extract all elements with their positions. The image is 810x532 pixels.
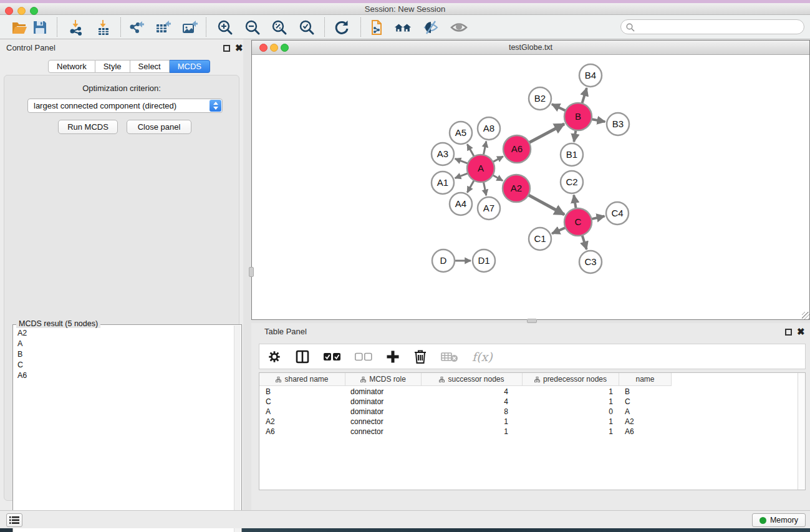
table-row[interactable]: A6connector11A6 [259, 427, 796, 437]
edge-B-B4[interactable] [582, 88, 587, 105]
delete-table-icon[interactable] [441, 351, 458, 362]
column-header-name[interactable]: name [619, 373, 672, 385]
memory-button[interactable]: Memory [752, 513, 806, 527]
table-cell[interactable]: 0 [523, 407, 619, 417]
table-cell[interactable]: 8 [422, 407, 523, 417]
mcds-result-item[interactable]: A2 [13, 327, 233, 338]
table-cell[interactable]: 1 [422, 427, 523, 437]
zoom-out-icon[interactable] [243, 18, 262, 37]
mcds-list-scrollbar[interactable] [234, 326, 241, 532]
edge-A-A7[interactable] [483, 181, 486, 196]
export-network-icon[interactable] [127, 18, 146, 37]
edge-A2-C[interactable] [528, 195, 564, 215]
table-cell[interactable]: 1 [523, 397, 619, 407]
duplicate-network-icon[interactable] [367, 18, 386, 37]
node-A4[interactable]: A4 [450, 193, 472, 215]
table-cell[interactable]: 1 [523, 417, 619, 427]
toggle-graphics-icon[interactable] [422, 18, 440, 37]
horizontal-divider-grip[interactable] [527, 319, 537, 323]
table-cell[interactable]: dominator [345, 397, 422, 407]
edge-C-C1[interactable] [552, 227, 567, 233]
zoom-window-button[interactable] [30, 7, 38, 15]
tab-style[interactable]: Style [95, 60, 130, 73]
table-cell[interactable]: A6 [259, 427, 345, 437]
table-cell[interactable]: 1 [523, 427, 619, 437]
zoom-in-icon[interactable] [216, 18, 234, 37]
resize-grip-icon[interactable] [802, 312, 809, 319]
table-cell[interactable]: dominator [345, 407, 422, 417]
float-panel-icon[interactable] [223, 45, 230, 52]
close-network-button[interactable] [259, 44, 268, 52]
edge-A-A1[interactable] [455, 173, 470, 178]
select-all-icon[interactable] [324, 352, 341, 361]
table-cell[interactable]: dominator [345, 387, 422, 397]
node-A2[interactable]: A2 [503, 175, 530, 202]
node-C[interactable]: C [564, 208, 592, 236]
edge-B-B2[interactable] [552, 104, 567, 111]
show-hide-icon[interactable] [450, 18, 468, 37]
table-cell[interactable]: 4 [422, 397, 523, 407]
table-cell[interactable]: A2 [619, 417, 672, 427]
edge-A-A8[interactable] [483, 142, 486, 157]
zoom-selected-icon[interactable] [297, 18, 316, 37]
node-C4[interactable]: C4 [606, 202, 629, 225]
home-layout-icon[interactable] [394, 18, 413, 37]
search-input[interactable] [639, 21, 798, 32]
node-B1[interactable]: B1 [561, 143, 583, 166]
delete-column-icon[interactable] [413, 349, 427, 364]
edge-C-C3[interactable] [582, 234, 587, 249]
close-panel-icon[interactable]: ✖ [235, 42, 243, 54]
node-A8[interactable]: A8 [478, 117, 500, 140]
zoom-fit-icon[interactable] [270, 18, 289, 37]
table-cell[interactable]: connector [345, 417, 422, 427]
add-column-icon[interactable] [386, 350, 400, 364]
save-session-icon[interactable] [31, 18, 49, 37]
gear-icon[interactable] [268, 350, 281, 364]
node-B[interactable]: B [564, 103, 592, 130]
node-B3[interactable]: B3 [607, 113, 629, 135]
column-header-mcds-role[interactable]: MCDS role [345, 373, 422, 385]
mcds-result-item[interactable]: A6 [13, 370, 233, 380]
table-row[interactable]: Adominator80A [259, 407, 796, 417]
edge-B-B3[interactable] [591, 119, 605, 122]
node-C1[interactable]: C1 [529, 228, 551, 250]
vertical-divider-grip[interactable] [249, 267, 254, 277]
column-header-shared-name[interactable]: shared name [259, 373, 345, 385]
close-panel-button[interactable]: Close panel [127, 120, 191, 134]
node-A6[interactable]: A6 [503, 135, 531, 163]
edge-A-A4[interactable] [467, 179, 475, 192]
table-cell[interactable]: A6 [619, 427, 672, 437]
column-header-predecessor-nodes[interactable]: predecessor nodes [523, 373, 619, 385]
table-cell[interactable]: A [259, 407, 345, 417]
task-history-button[interactable] [6, 513, 22, 527]
edge-A6-B[interactable] [528, 124, 564, 143]
node-A5[interactable]: A5 [450, 122, 472, 144]
node-A[interactable]: A [467, 155, 494, 182]
tab-mcds[interactable]: MCDS [170, 60, 210, 73]
node-D1[interactable]: D1 [473, 249, 495, 272]
node-A3[interactable]: A3 [432, 143, 454, 165]
edge-C-C2[interactable] [574, 195, 576, 210]
table-cell[interactable]: A2 [259, 417, 345, 427]
criterion-dropdown[interactable]: largest connected component (directed) [27, 99, 223, 113]
close-panel-icon[interactable]: ✖ [797, 326, 805, 337]
open-file-icon[interactable] [10, 18, 29, 37]
table-cell[interactable]: connector [345, 427, 422, 437]
node-C2[interactable]: C2 [561, 171, 583, 193]
table-row[interactable]: Bdominator41B [259, 387, 796, 397]
run-mcds-button[interactable]: Run MCDS [58, 120, 118, 134]
table-cell[interactable]: 1 [422, 417, 523, 427]
mcds-result-item[interactable]: B [13, 349, 233, 359]
mcds-result-item[interactable]: C [13, 359, 233, 370]
node-B4[interactable]: B4 [579, 64, 602, 87]
zoom-network-button[interactable] [281, 44, 289, 52]
table-row[interactable]: Cdominator41C [259, 397, 796, 407]
minimize-window-button[interactable] [17, 7, 26, 15]
table-cell[interactable]: 1 [523, 387, 619, 397]
refresh-icon[interactable] [332, 18, 351, 37]
table-cell[interactable]: C [259, 397, 345, 407]
export-image-icon[interactable] [180, 18, 199, 37]
minimize-network-button[interactable] [270, 44, 278, 52]
edge-A-A3[interactable] [455, 158, 470, 164]
float-panel-icon[interactable] [785, 329, 792, 336]
